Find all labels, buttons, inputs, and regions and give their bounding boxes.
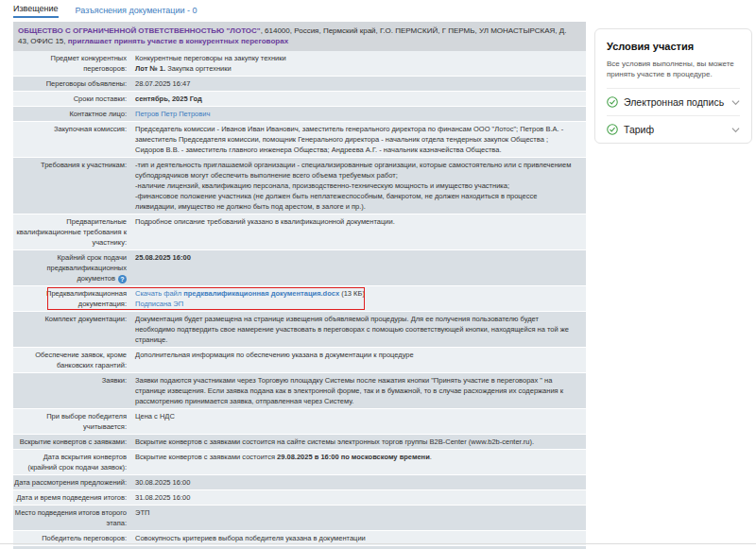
content-area: ОБЩЕСТВО С ОГРАНИЧЕННОЙ ОТВЕТСТВЕННОСТЬЮ… (0, 22, 756, 549)
chevron-down-icon (731, 98, 740, 107)
row-label: Вскрытие конвертов с заявками: (13, 436, 132, 448)
table-row: Вскрытие конвертов с заявками:Вскрытие к… (13, 435, 586, 450)
row-value-text: -наличие лицензий, квалификацию персонал… (135, 181, 509, 190)
page-bottom-divider (0, 543, 756, 544)
row-value-text: Лот № 1. (135, 64, 165, 73)
check-circle-icon (607, 96, 618, 108)
row-label: При выборе победителя учитывается: (13, 410, 132, 433)
row-label: Заявки: (13, 374, 132, 407)
table-row: Предквалификационная документация:Скачат… (13, 286, 586, 312)
row-value: 28.07.2025 16:47 (132, 77, 586, 90)
condition-electronic-signature[interactable]: Электронная подпись (607, 88, 740, 115)
download-file-link[interactable]: предквалификационная документация.docx (183, 289, 339, 298)
row-label: Обеспечение заявок, кроме банковских гар… (13, 349, 132, 371)
row-value-text: -тип и деятельность приглашаемой организ… (135, 161, 571, 180)
table-row: Контактное лицо:Петров Петр Петрович (13, 107, 586, 122)
table-row: Сроки поставки:сентябрь, 2025 Год (13, 92, 586, 107)
tab-bar: Извещение Разъяснения документации - 0 (0, 0, 756, 18)
row-label: Контактное лицо: (13, 108, 132, 120)
row-value-text: Дополнительная информация по обеспечению… (135, 351, 414, 359)
row-value-text: Цена с НДС (135, 412, 175, 420)
condition-tariff[interactable]: Тариф (607, 115, 740, 143)
table-row: Заявки:Заявки подаются участниками через… (13, 373, 586, 409)
row-label: Дата и время подведения итогов: (13, 491, 132, 504)
tab-clarifications[interactable]: Разъяснения документации - 0 (76, 6, 198, 18)
row-label: Предквалификационная документация: (13, 287, 132, 310)
row-value: Дополнительная информация по обеспечению… (132, 349, 586, 371)
download-file-link[interactable]: Скачать файл (135, 289, 183, 298)
table-row: Предварительные квалификационные требова… (13, 214, 586, 250)
row-label: Требования к участникам: (13, 159, 132, 213)
details-table: Предмет конкурентных переговоров:Конкуре… (13, 51, 586, 549)
row-value: 31.08.2025 16:00 (132, 491, 586, 504)
row-value: 30.08.2025 16:00 (132, 476, 586, 489)
row-label: Комплект документации: (13, 313, 132, 346)
row-value-text: Закупка оргтехники (165, 64, 232, 73)
signature-info-link[interactable]: Подписана ЭП (135, 300, 183, 308)
table-row: Дата рассмотрения предложений:30.08.2025… (13, 475, 586, 490)
row-value-text: 30.08.2025 16:00 (135, 478, 190, 487)
condition-label: Электронная подпись (624, 96, 724, 108)
table-row: Переговоры объявлены:28.07.2025 16:47 (13, 77, 586, 92)
invitation-header: ОБЩЕСТВО С ОГРАНИЧЕННОЙ ОТВЕТСТВЕННОСТЬЮ… (13, 22, 586, 51)
company-name: ОБЩЕСТВО С ОГРАНИЧЕННОЙ ОТВЕТСТВЕННОСТЬЮ… (18, 26, 261, 35)
row-value: Вскрытие конвертов с заявками состоится … (132, 436, 586, 448)
tab-notice[interactable]: Извещение (13, 4, 59, 18)
row-value: Председатель комиссии - Иванов Иван Иван… (132, 123, 586, 156)
row-value-text: Совокупность критериев выбора победителя… (135, 534, 366, 542)
invitation-text: приглашает принять участие в конкурентны… (68, 37, 288, 45)
conditions-note: Все условия выполнены, вы можете принять… (607, 59, 740, 79)
condition-label: Тариф (624, 124, 654, 135)
row-label: Сроки поставки: (13, 93, 132, 105)
participation-conditions-card: Условия участия Все условия выполнены, в… (594, 28, 752, 144)
row-value: Скачать файл предквалификационная докуме… (132, 287, 586, 310)
row-value-text: -финансовое положение участника (не долж… (135, 192, 537, 211)
notice-panel: ОБЩЕСТВО С ОГРАНИЧЕННОЙ ОТВЕТСТВЕННОСТЬЮ… (13, 22, 586, 549)
row-value-text: 31.08.2025 16:00 (135, 493, 190, 502)
row-value-text: ЭТП (135, 508, 149, 517)
table-row: Обеспечение заявок, кроме банковских гар… (13, 348, 586, 373)
row-value-text: . (430, 453, 432, 461)
table-row: Место подведения итогов второго этапа:ЭТ… (13, 506, 586, 531)
row-value-text: 28.07.2025 16:47 (135, 79, 190, 88)
row-value-text: (13 КБ) (339, 289, 365, 298)
help-icon[interactable]: ? (118, 275, 127, 283)
row-label: Место подведения итогов второго этапа: (13, 506, 132, 529)
row-value-text: Вскрытие конвертов с заявками состоится … (135, 437, 534, 446)
row-value-text: Подробное описание требований указано в … (135, 217, 395, 226)
row-value-text: Заявки подаются участниками через Торгов… (135, 376, 563, 405)
table-row: Требования к участникам:-тип и деятельно… (13, 158, 586, 214)
conditions-title: Условия участия (607, 41, 740, 52)
table-row: Предмет конкурентных переговоров:Конкуре… (13, 51, 586, 77)
table-row: Дата вскрытия конвертов (крайний срок по… (13, 450, 586, 475)
row-value-text: Вскрытие конвертов с заявками состоится (135, 453, 277, 461)
row-label: Дата вскрытия конвертов (крайний срок по… (13, 451, 132, 473)
table-row: Крайний срок подачи предквалификационных… (13, 250, 586, 286)
table-row: Дата и время подведения итогов:31.08.202… (13, 490, 586, 506)
row-label: Переговоры объявлены: (13, 77, 132, 90)
row-label: Дата рассмотрения предложений: (13, 476, 132, 489)
row-value: Документация будет размещена на странице… (132, 313, 586, 346)
row-value-text: 25.08.2025 16:00 (135, 253, 191, 262)
row-value: Петров Петр Петрович (132, 108, 586, 120)
row-value: Заявки подаются участниками через Торгов… (132, 374, 586, 407)
row-label: Предварительные квалификационные требова… (13, 215, 132, 249)
row-label: Предмет конкурентных переговоров: (13, 52, 132, 75)
row-value: Подробное описание требований указано в … (132, 215, 586, 249)
table-row: При выборе победителя учитывается:Цена с… (13, 409, 586, 435)
row-value-text: Председатель комиссии - Иванов Иван Иван… (135, 125, 563, 154)
chevron-down-icon (731, 126, 740, 134)
contact-person-link[interactable]: Петров Петр Петрович (135, 110, 210, 118)
row-value: сентябрь, 2025 Год (132, 93, 586, 105)
row-value-text: сентябрь, 2025 Год (135, 94, 202, 103)
row-value: Вскрытие конвертов с заявками состоится … (132, 451, 586, 473)
row-value-text: Конкурентные переговоры на закупку техни… (135, 54, 286, 62)
table-row: Закупочная комиссия:Председатель комисси… (13, 122, 586, 158)
row-value: ЭТП (132, 506, 586, 529)
row-label: Крайний срок подачи предквалификационных… (13, 251, 132, 284)
row-value-text: Документация будет размещена на странице… (135, 315, 569, 344)
row-label: Закупочная комиссия: (13, 123, 132, 156)
row-value: 25.08.2025 16:00 (132, 251, 586, 284)
table-row: Комплект документации:Документация будет… (13, 312, 586, 348)
row-value: Цена с НДС (132, 410, 586, 433)
